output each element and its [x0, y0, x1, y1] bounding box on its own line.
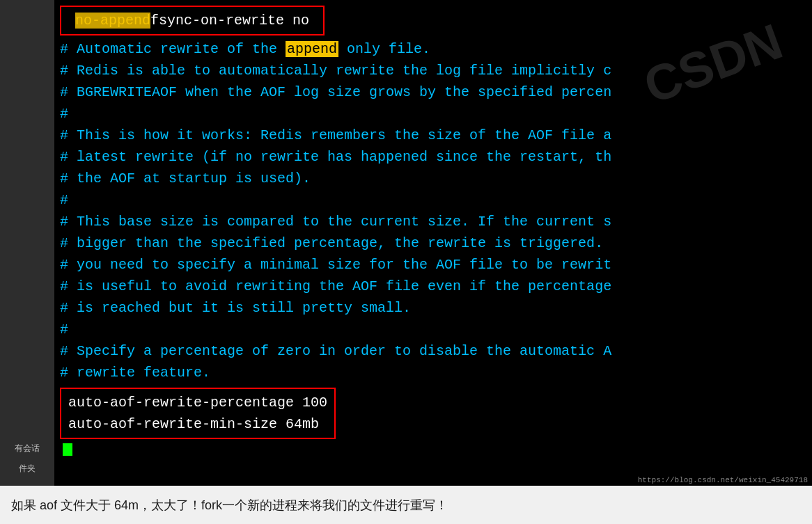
cursor: [63, 443, 72, 456]
code-line-4: #: [54, 103, 812, 125]
main-container: CSDN 有会话 件夹 no-appendfsync-on-rewrite no…: [0, 0, 812, 524]
code-line-2: # Redis is able to automatically rewrite…: [54, 60, 812, 81]
code-line-5: # This is how it works: Redis remembers …: [54, 125, 812, 146]
bottom-line-2: auto-aof-rewrite-min-size 64mb: [68, 413, 327, 435]
code-line-11: # you need to specify a minimal size for…: [54, 254, 812, 276]
bottom-line-1: auto-aof-rewrite-percentage 100: [68, 392, 327, 413]
code-line-9: # This base size is compared to the curr…: [54, 211, 812, 232]
code-line-14: #: [54, 319, 812, 340]
line1-highlight: append: [286, 41, 338, 57]
code-line-13: # is reached but it is still pretty smal…: [54, 297, 812, 319]
sidebar-item-folder[interactable]: 件夹: [16, 461, 38, 476]
top-command-line: no-appendfsync-on-rewrite no: [68, 10, 316, 31]
sidebar-item-session[interactable]: 有会话: [12, 441, 42, 456]
line1-after: only file.: [338, 41, 430, 57]
code-line-16: # rewrite feature.: [54, 362, 812, 383]
code-content: no-appendfsync-on-rewrite no # Automatic…: [54, 0, 812, 486]
code-line-1: # Automatic rewrite of the append only f…: [54, 38, 812, 60]
code-line-12: # is useful to avoid rewriting the AOF f…: [54, 276, 812, 297]
bottom-command-box: auto-aof-rewrite-percentage 100 auto-aof…: [60, 388, 336, 439]
code-line-10: # bigger than the specified percentage, …: [54, 232, 812, 254]
code-line-7: # the AOF at startup is used).: [54, 168, 812, 189]
line1-before: # Automatic rewrite of the: [60, 41, 286, 57]
bottom-description: 如果 aof 文件大于 64m，太大了！fork一个新的进程来将我们的文件进行重…: [11, 497, 448, 514]
top-command-highlight: no-append: [75, 13, 150, 29]
top-command-rest: fsync-on-rewrite no: [150, 13, 309, 29]
code-line-8: #: [54, 189, 812, 211]
code-line-15: # Specify a percentage of zero in order …: [54, 340, 812, 362]
url-bar: https://blog.csdn.net/weixin_45429718: [634, 475, 812, 486]
sidebar: 有会话 件夹: [0, 0, 54, 486]
code-area: CSDN 有会话 件夹 no-appendfsync-on-rewrite no…: [0, 0, 812, 486]
code-line-6: # latest rewrite (if no rewrite has happ…: [54, 146, 812, 168]
top-command-box: no-appendfsync-on-rewrite no: [60, 6, 325, 35]
bottom-bar: 如果 aof 文件大于 64m，太大了！fork一个新的进程来将我们的文件进行重…: [0, 486, 812, 524]
code-line-3: # BGREWRITEAOF when the AOF log size gro…: [54, 81, 812, 103]
